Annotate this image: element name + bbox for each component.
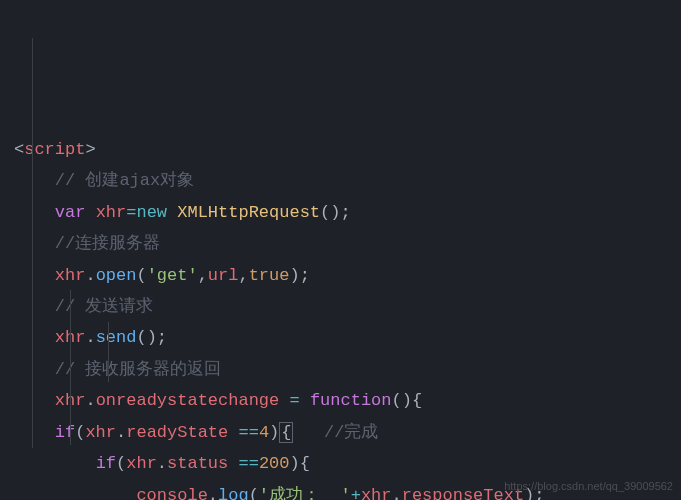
comment-connect: //连接服务器 (55, 234, 160, 253)
comment-create-ajax: // 创建ajax对象 (55, 171, 194, 190)
tag-close-bracket: > (85, 140, 95, 159)
readystate-prop: readyState (126, 423, 228, 442)
open-method: open (96, 266, 137, 285)
send-method: send (96, 328, 137, 347)
get-string: 'get' (147, 266, 198, 285)
tag-open-bracket: < (14, 140, 24, 159)
watermark: https://blog.csdn.net/qq_39009562 (504, 476, 673, 496)
comment-receive: // 接收服务器的返回 (55, 360, 222, 379)
console-obj: console (136, 486, 207, 500)
true-arg: true (249, 266, 290, 285)
num-200: 200 (259, 454, 290, 473)
xhr-var: xhr (96, 203, 127, 222)
num-4: 4 (259, 423, 269, 442)
status-prop: status (167, 454, 228, 473)
var-keyword: var (55, 203, 86, 222)
log-method: log (218, 486, 249, 500)
code-block: <script> // 创建ajax对象 var xhr=new XMLHttp… (0, 0, 681, 500)
url-arg: url (208, 266, 239, 285)
if-keyword: if (55, 423, 75, 442)
comment-complete: //完成 (293, 423, 378, 442)
cursor-brace: { (279, 422, 293, 443)
function-keyword: function (310, 391, 392, 410)
script-tag: script (24, 140, 85, 159)
xhr-obj: xhr (55, 266, 86, 285)
xhr-class: XMLHttpRequest (177, 203, 320, 222)
new-keyword: new (136, 203, 167, 222)
onreadystatechange-prop: onreadystatechange (96, 391, 280, 410)
success-string: '成功： ' (259, 486, 351, 500)
paren: (); (320, 203, 351, 222)
assign-op: = (126, 203, 136, 222)
